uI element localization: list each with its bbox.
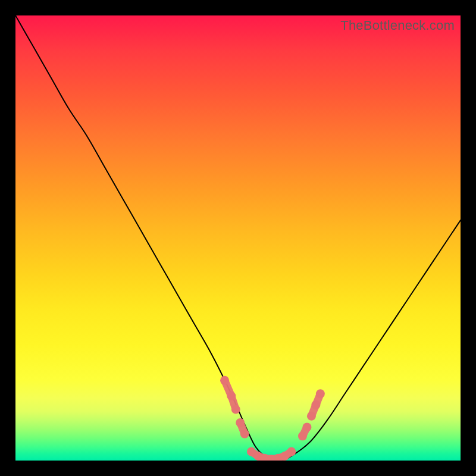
marker-dot (236, 418, 245, 427)
plot-area: TheBottleneck.com (15, 15, 461, 461)
marker-dot (287, 447, 296, 456)
marker-dot (227, 392, 236, 400)
marker-dot (307, 412, 316, 421)
chart-svg (15, 15, 461, 461)
marker-dot (220, 376, 229, 385)
marker-dot (298, 431, 307, 440)
marker-dot (240, 430, 249, 439)
markers-layer (220, 376, 325, 461)
marker-dot (316, 389, 325, 398)
marker-dot (311, 400, 320, 409)
curve-bottleneck-curve (15, 15, 461, 461)
marker-dot (302, 422, 311, 431)
chart-frame: TheBottleneck.com (0, 0, 476, 476)
series-layer (15, 15, 461, 461)
marker-dot (231, 405, 240, 414)
